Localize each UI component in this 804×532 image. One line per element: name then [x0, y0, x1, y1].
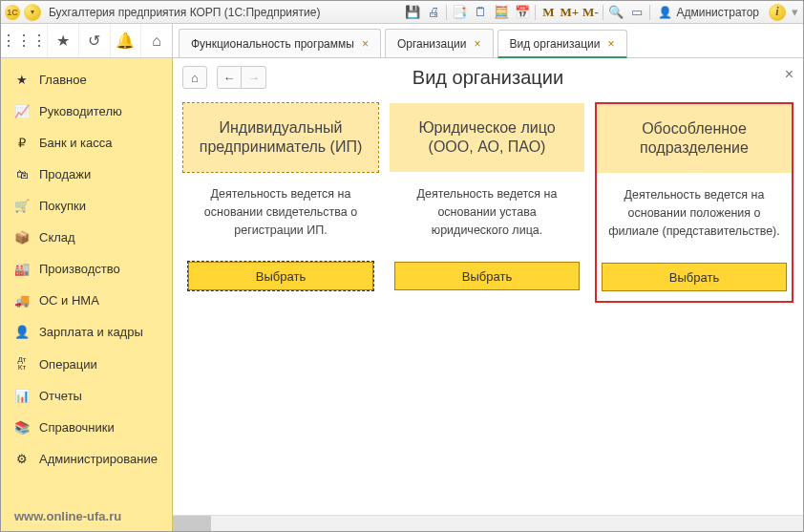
history-icon[interactable]: ↺: [79, 24, 111, 57]
card-title: Индивидуальный предприниматель (ИП): [191, 118, 370, 157]
card-title: Юридическое лицо (ООО, АО, ПАО): [397, 118, 577, 157]
save-icon[interactable]: 💾: [402, 2, 423, 23]
card-legal-entity: Юридическое лицо (ООО, АО, ПАО) Деятельн…: [389, 102, 585, 303]
ruble-icon: ₽: [14, 136, 30, 150]
factory-icon: 🏭: [14, 262, 30, 276]
close-icon[interactable]: ×: [607, 37, 614, 51]
content: ⌂ ← → Вид организации × Индивидуальный п…: [173, 58, 803, 531]
card-desc: Деятельность ведется на основании свидет…: [183, 172, 378, 258]
toolbar: ⋮⋮⋮ ★ ↺ 🔔 ⌂ Функциональность программы ×…: [1, 24, 803, 58]
titlebar: 1С ▾ Бухгалтерия предприятия КОРП (1С:Пр…: [1, 1, 803, 24]
zoom-icon[interactable]: 🔍: [605, 2, 626, 23]
tab-organizations[interactable]: Организации ×: [385, 29, 494, 57]
cart-icon: 🛒: [14, 199, 30, 213]
sidebar-item-production[interactable]: 🏭Производство: [1, 253, 172, 285]
tab-label: Функциональность программы: [191, 37, 354, 51]
card-desc: Деятельность ведется на основании устава…: [390, 172, 584, 258]
books-icon: 📚: [14, 420, 30, 435]
toolbar-left: ⋮⋮⋮ ★ ↺ 🔔 ⌂: [1, 24, 173, 57]
sidebar-item-admin[interactable]: ⚙Администрирование: [1, 443, 172, 475]
sidebar-item-label: Руководителю: [39, 104, 122, 118]
sidebar-item-label: Продажи: [39, 167, 91, 181]
user-label: Администратор: [676, 6, 759, 19]
sidebar-item-assets[interactable]: 🚚ОС и НМА: [1, 285, 172, 316]
user-icon: 👤: [658, 6, 672, 19]
sidebar-item-reports[interactable]: 📊Отчеты: [1, 380, 172, 412]
card-separate-division: Обособленное подразделение Деятельность …: [595, 102, 793, 303]
close-icon[interactable]: ×: [362, 37, 369, 51]
memory-mplus-button[interactable]: M+: [559, 2, 580, 23]
sidebar-item-main[interactable]: ★Главное: [1, 64, 172, 96]
select-button[interactable]: Выбрать: [602, 263, 787, 291]
sidebar-item-label: Покупки: [39, 199, 86, 213]
home-button[interactable]: ⌂: [182, 66, 207, 89]
scrollbar-thumb[interactable]: [173, 516, 211, 531]
tab-org-type[interactable]: Вид организации ×: [497, 30, 627, 58]
sidebar-item-label: Справочники: [39, 420, 115, 435]
window-title: Бухгалтерия предприятия КОРП (1С:Предпри…: [49, 6, 320, 19]
calendar-icon[interactable]: 📅: [512, 2, 533, 23]
sidebar: ★Главное 📈Руководителю ₽Банк и касса 🛍Пр…: [1, 58, 173, 531]
window-icon[interactable]: ▭: [626, 2, 647, 23]
tab-functionality[interactable]: Функциональность программы ×: [179, 29, 381, 57]
bag-icon: 🛍: [14, 167, 30, 181]
horizontal-scrollbar[interactable]: [173, 515, 803, 531]
sidebar-item-label: Банк и касса: [39, 136, 113, 150]
tab-label: Организации: [397, 37, 467, 51]
card-title: Обособленное подразделение: [604, 119, 784, 158]
card-head: Юридическое лицо (ООО, АО, ПАО): [390, 103, 584, 172]
calculator-icon[interactable]: 🧮: [491, 2, 512, 23]
footer-link: www.online-ufa.ru: [1, 501, 172, 531]
apps-grid-icon[interactable]: ⋮⋮⋮: [1, 24, 48, 57]
star-icon: ★: [14, 73, 30, 87]
favorites-icon[interactable]: ★: [48, 24, 79, 57]
memory-m-button[interactable]: M: [538, 2, 559, 23]
notifications-icon[interactable]: 🔔: [111, 24, 142, 57]
card-head: Индивидуальный предприниматель (ИП): [183, 103, 378, 172]
info-icon[interactable]: i: [769, 4, 786, 21]
select-button[interactable]: Выбрать: [188, 262, 373, 290]
sidebar-item-manager[interactable]: 📈Руководителю: [1, 96, 172, 127]
sidebar-item-label: Главное: [39, 73, 87, 87]
user-menu[interactable]: 👤 Администратор: [652, 6, 765, 19]
sidebar-item-sales[interactable]: 🛍Продажи: [1, 159, 172, 190]
clipboard-icon[interactable]: 🗒: [470, 2, 491, 23]
org-type-cards: Индивидуальный предприниматель (ИП) Деят…: [173, 96, 803, 312]
dtkt-icon: Дт Кт: [14, 356, 30, 372]
print-icon[interactable]: 🖨: [423, 2, 444, 23]
page-title: Вид организации: [173, 67, 803, 89]
sidebar-item-label: Операции: [39, 357, 97, 372]
app-menu-dropdown[interactable]: ▾: [24, 4, 41, 21]
sidebar-item-label: Администрирование: [39, 452, 158, 466]
sidebar-item-operations[interactable]: Дт КтОперации: [1, 348, 172, 380]
page-close-icon[interactable]: ×: [785, 66, 793, 83]
sidebar-item-payroll[interactable]: 👤Зарплата и кадры: [1, 316, 172, 348]
gear-icon: ⚙: [14, 452, 30, 466]
card-desc: Деятельность ведется на основании положе…: [597, 173, 792, 259]
sidebar-item-purchases[interactable]: 🛒Покупки: [1, 190, 172, 222]
forward-button[interactable]: →: [242, 66, 266, 89]
memory-mminus-button[interactable]: M-: [580, 2, 601, 23]
select-button[interactable]: Выбрать: [394, 262, 580, 290]
info-dropdown-icon[interactable]: ▾: [790, 2, 799, 23]
sidebar-item-warehouse[interactable]: 📦Склад: [1, 222, 172, 253]
tab-label: Вид организации: [510, 37, 601, 51]
sidebar-item-catalogs[interactable]: 📚Справочники: [1, 412, 172, 443]
sidebar-item-label: Производство: [39, 262, 120, 276]
tabs: Функциональность программы × Организации…: [173, 24, 629, 57]
home-icon[interactable]: ⌂: [141, 24, 172, 57]
nav-list: ★Главное 📈Руководителю ₽Банк и касса 🛍Пр…: [1, 58, 172, 501]
truck-icon: 🚚: [14, 293, 30, 308]
close-icon[interactable]: ×: [475, 37, 481, 51]
compare-icon[interactable]: 📑: [449, 2, 470, 23]
sidebar-item-label: Склад: [39, 230, 75, 245]
card-individual: Индивидуальный предприниматель (ИП) Деят…: [182, 102, 379, 303]
chart-icon: 📈: [14, 104, 30, 118]
content-header: ⌂ ← → Вид организации ×: [173, 58, 803, 96]
back-button[interactable]: ←: [217, 66, 242, 89]
sidebar-item-label: Зарплата и кадры: [39, 325, 143, 339]
card-head: Обособленное подразделение: [597, 104, 792, 173]
app-logo-icon: 1С: [5, 5, 20, 20]
sidebar-item-bank[interactable]: ₽Банк и касса: [1, 127, 172, 159]
person-icon: 👤: [14, 325, 30, 339]
